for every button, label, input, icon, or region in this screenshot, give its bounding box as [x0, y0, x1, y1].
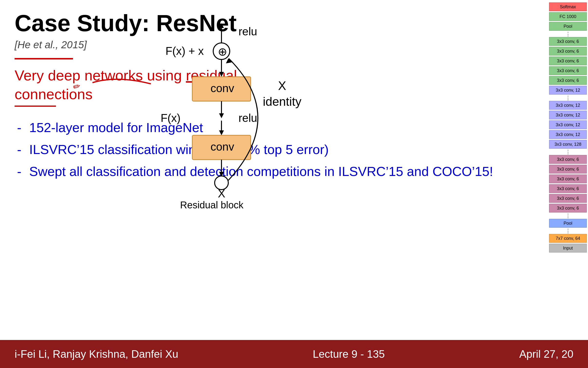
sidebar-connector-dots-19: ⋮: [549, 213, 587, 218]
sidebar-layer-11: 3x3 conv, 12: [549, 120, 587, 129]
svg-text:F(x) + x: F(x) + x: [165, 45, 204, 57]
footer-lecture: Lecture 9 - 135: [313, 348, 385, 360]
footer-author: i-Fei Li, Ranjay Krishna, Danfei Xu: [15, 348, 178, 360]
sidebar-layer-5: 3x3 conv, 6: [549, 57, 587, 65]
sidebar-layer-16: 3x3 conv, 6: [549, 174, 587, 183]
svg-text:⊕: ⊕: [218, 45, 227, 58]
sidebar-layer-10: 3x3 conv, 12: [549, 111, 587, 119]
sidebar-layer-19: 3x3 conv, 6: [549, 204, 587, 213]
svg-marker-6: [219, 72, 224, 77]
sidebar-layer-7: 3x3 conv, 6: [549, 76, 587, 85]
diagram-svg: relu ⊕ F(x) + x conv relu conv: [151, 19, 316, 210]
sidebar-layer-4: 3x3 conv, 6: [549, 47, 587, 56]
svg-marker-1: [219, 23, 224, 28]
red-curve-annotation: [92, 80, 153, 92]
network-sidebar: SoftmaxFC 1000Pool⋮3x3 conv, 63x3 conv, …: [544, 0, 588, 336]
svg-text:conv: conv: [211, 140, 234, 153]
svg-marker-13: [219, 130, 224, 135]
sidebar-layer-12: 3x3 conv, 12: [549, 130, 587, 139]
sidebar-layer-0: Softmax: [549, 2, 587, 11]
sidebar-layer-9: 3x3 conv, 12: [549, 101, 587, 110]
relu-top-label: relu: [239, 25, 257, 38]
svg-text:X: X: [218, 187, 225, 200]
sidebar-layer-14: 3x3 conv, 6: [549, 155, 587, 164]
sidebar-layer-20: Pool: [549, 219, 587, 228]
svg-text:relu: relu: [239, 112, 257, 124]
residual-block-diagram: relu ⊕ F(x) + x conv relu conv: [151, 19, 316, 210]
sidebar-connector-dots-8: ⋮: [549, 96, 587, 100]
sidebar-layer-18: 3x3 conv, 6: [549, 194, 587, 203]
sidebar-layer-6: 3x3 conv, 6: [549, 66, 587, 75]
sidebar-connector-dots-2: ⋮: [549, 32, 587, 37]
svg-marker-10: [219, 113, 224, 118]
sidebar-layer-13: 3x3 conv, 128: [549, 140, 587, 149]
x-identity-label: X identity: [263, 78, 301, 110]
footer-date: April 27, 20: [519, 348, 573, 360]
svg-text:conv: conv: [211, 82, 234, 95]
sidebar-layer-22: Input: [549, 244, 587, 252]
sidebar-layer-2: Pool: [549, 22, 587, 31]
svg-text:Residual block: Residual block: [180, 200, 244, 210]
sidebar-connector-dots-13: ⋮: [549, 150, 587, 155]
red-divider: [15, 58, 73, 59]
footer-bar: i-Fei Li, Ranjay Krishna, Danfei Xu Lect…: [0, 340, 588, 368]
sidebar-layer-3: 3x3 conv, 6: [549, 37, 587, 46]
svg-text:F(x): F(x): [161, 112, 181, 124]
slide-container: Case Study: ResNet [He et al., 2015] Ver…: [0, 0, 588, 368]
connections-underline: [15, 106, 56, 107]
sidebar-layer-15: 3x3 conv, 6: [549, 165, 587, 174]
sidebar-layer-21: 7x7 conv, 64: [549, 234, 587, 243]
sidebar-layer-17: 3x3 conv, 6: [549, 184, 587, 193]
sidebar-layer-1: FC 1000: [549, 12, 587, 21]
sidebar-layer-8: 3x3 conv, 12: [549, 86, 587, 95]
sidebar-connector-dots-20: ⋮: [549, 229, 587, 233]
